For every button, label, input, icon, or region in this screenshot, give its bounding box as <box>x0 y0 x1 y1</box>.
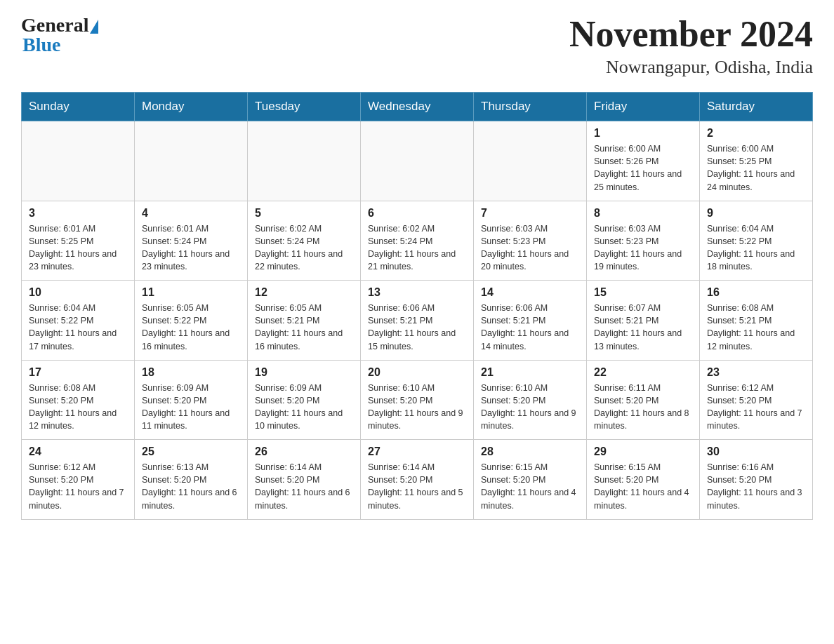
day-info: Sunrise: 6:14 AM Sunset: 5:20 PM Dayligh… <box>255 461 353 512</box>
day-number: 8 <box>594 207 692 220</box>
calendar-cell: 26Sunrise: 6:14 AM Sunset: 5:20 PM Dayli… <box>248 440 361 520</box>
day-info: Sunrise: 6:13 AM Sunset: 5:20 PM Dayligh… <box>142 461 240 512</box>
calendar-cell: 16Sunrise: 6:08 AM Sunset: 5:21 PM Dayli… <box>700 281 813 361</box>
day-info: Sunrise: 6:10 AM Sunset: 5:20 PM Dayligh… <box>368 382 466 433</box>
calendar-cell <box>248 121 361 201</box>
day-number: 13 <box>368 286 466 299</box>
day-number: 29 <box>594 445 692 458</box>
calendar-cell: 24Sunrise: 6:12 AM Sunset: 5:20 PM Dayli… <box>22 440 135 520</box>
day-number: 25 <box>142 445 240 458</box>
logo: General Blue <box>21 14 98 56</box>
day-info: Sunrise: 6:06 AM Sunset: 5:21 PM Dayligh… <box>481 302 579 353</box>
calendar-week-row: 10Sunrise: 6:04 AM Sunset: 5:22 PM Dayli… <box>22 281 813 361</box>
day-number: 24 <box>29 445 127 458</box>
day-header-thursday: Thursday <box>474 93 587 121</box>
calendar-week-row: 3Sunrise: 6:01 AM Sunset: 5:25 PM Daylig… <box>22 201 813 281</box>
day-info: Sunrise: 6:07 AM Sunset: 5:21 PM Dayligh… <box>594 302 692 353</box>
day-info: Sunrise: 6:14 AM Sunset: 5:20 PM Dayligh… <box>368 461 466 512</box>
calendar-week-row: 24Sunrise: 6:12 AM Sunset: 5:20 PM Dayli… <box>22 440 813 520</box>
calendar-cell: 18Sunrise: 6:09 AM Sunset: 5:20 PM Dayli… <box>135 360 248 440</box>
calendar-cell: 3Sunrise: 6:01 AM Sunset: 5:25 PM Daylig… <box>22 201 135 281</box>
calendar-cell: 25Sunrise: 6:13 AM Sunset: 5:20 PM Dayli… <box>135 440 248 520</box>
calendar-week-row: 1Sunrise: 6:00 AM Sunset: 5:26 PM Daylig… <box>22 121 813 201</box>
day-number: 10 <box>29 286 127 299</box>
calendar-cell: 1Sunrise: 6:00 AM Sunset: 5:26 PM Daylig… <box>587 121 700 201</box>
day-header-wednesday: Wednesday <box>361 93 474 121</box>
calendar-cell: 11Sunrise: 6:05 AM Sunset: 5:22 PM Dayli… <box>135 281 248 361</box>
calendar-cell: 5Sunrise: 6:02 AM Sunset: 5:24 PM Daylig… <box>248 201 361 281</box>
day-number: 17 <box>29 366 127 379</box>
calendar-cell: 2Sunrise: 6:00 AM Sunset: 5:25 PM Daylig… <box>700 121 813 201</box>
calendar-cell: 7Sunrise: 6:03 AM Sunset: 5:23 PM Daylig… <box>474 201 587 281</box>
day-header-tuesday: Tuesday <box>248 93 361 121</box>
calendar-week-row: 17Sunrise: 6:08 AM Sunset: 5:20 PM Dayli… <box>22 360 813 440</box>
day-info: Sunrise: 6:11 AM Sunset: 5:20 PM Dayligh… <box>594 382 692 433</box>
day-info: Sunrise: 6:00 AM Sunset: 5:25 PM Dayligh… <box>707 142 805 194</box>
day-info: Sunrise: 6:15 AM Sunset: 5:20 PM Dayligh… <box>481 461 579 512</box>
calendar-cell <box>135 121 248 201</box>
day-info: Sunrise: 6:04 AM Sunset: 5:22 PM Dayligh… <box>29 302 127 353</box>
calendar-cell: 10Sunrise: 6:04 AM Sunset: 5:22 PM Dayli… <box>22 281 135 361</box>
day-info: Sunrise: 6:00 AM Sunset: 5:26 PM Dayligh… <box>594 142 692 194</box>
location-title: Nowrangapur, Odisha, India <box>569 57 813 78</box>
day-number: 19 <box>255 366 353 379</box>
page-header: General Blue November 2024 Nowrangapur, … <box>21 14 813 78</box>
day-number: 6 <box>368 207 466 220</box>
calendar-cell: 17Sunrise: 6:08 AM Sunset: 5:20 PM Dayli… <box>22 360 135 440</box>
day-info: Sunrise: 6:06 AM Sunset: 5:21 PM Dayligh… <box>368 302 466 353</box>
calendar-cell <box>361 121 474 201</box>
day-info: Sunrise: 6:09 AM Sunset: 5:20 PM Dayligh… <box>142 382 240 433</box>
day-info: Sunrise: 6:08 AM Sunset: 5:20 PM Dayligh… <box>29 382 127 433</box>
calendar-cell: 14Sunrise: 6:06 AM Sunset: 5:21 PM Dayli… <box>474 281 587 361</box>
calendar-cell: 8Sunrise: 6:03 AM Sunset: 5:23 PM Daylig… <box>587 201 700 281</box>
day-info: Sunrise: 6:12 AM Sunset: 5:20 PM Dayligh… <box>29 461 127 512</box>
day-header-saturday: Saturday <box>700 93 813 121</box>
calendar-cell: 9Sunrise: 6:04 AM Sunset: 5:22 PM Daylig… <box>700 201 813 281</box>
day-info: Sunrise: 6:04 AM Sunset: 5:22 PM Dayligh… <box>707 222 805 274</box>
day-number: 21 <box>481 366 579 379</box>
day-number: 1 <box>594 127 692 140</box>
calendar-cell: 23Sunrise: 6:12 AM Sunset: 5:20 PM Dayli… <box>700 360 813 440</box>
day-header-sunday: Sunday <box>22 93 135 121</box>
day-info: Sunrise: 6:05 AM Sunset: 5:22 PM Dayligh… <box>142 302 240 353</box>
day-info: Sunrise: 6:09 AM Sunset: 5:20 PM Dayligh… <box>255 382 353 433</box>
day-number: 5 <box>255 207 353 220</box>
day-info: Sunrise: 6:02 AM Sunset: 5:24 PM Dayligh… <box>255 222 353 274</box>
day-info: Sunrise: 6:01 AM Sunset: 5:25 PM Dayligh… <box>29 222 127 274</box>
logo-triangle-icon <box>90 20 98 34</box>
day-number: 15 <box>594 286 692 299</box>
calendar-cell: 30Sunrise: 6:16 AM Sunset: 5:20 PM Dayli… <box>700 440 813 520</box>
day-info: Sunrise: 6:10 AM Sunset: 5:20 PM Dayligh… <box>481 382 579 433</box>
calendar-cell: 20Sunrise: 6:10 AM Sunset: 5:20 PM Dayli… <box>361 360 474 440</box>
calendar-cell: 15Sunrise: 6:07 AM Sunset: 5:21 PM Dayli… <box>587 281 700 361</box>
calendar-cell: 21Sunrise: 6:10 AM Sunset: 5:20 PM Dayli… <box>474 360 587 440</box>
logo-blue-text: Blue <box>22 34 60 56</box>
day-number: 7 <box>481 207 579 220</box>
calendar-cell: 4Sunrise: 6:01 AM Sunset: 5:24 PM Daylig… <box>135 201 248 281</box>
day-number: 2 <box>707 127 805 140</box>
day-number: 18 <box>142 366 240 379</box>
day-number: 14 <box>481 286 579 299</box>
day-info: Sunrise: 6:05 AM Sunset: 5:21 PM Dayligh… <box>255 302 353 353</box>
day-number: 12 <box>255 286 353 299</box>
calendar-cell: 6Sunrise: 6:02 AM Sunset: 5:24 PM Daylig… <box>361 201 474 281</box>
day-number: 28 <box>481 445 579 458</box>
month-title: November 2024 <box>569 14 813 54</box>
calendar-cell: 28Sunrise: 6:15 AM Sunset: 5:20 PM Dayli… <box>474 440 587 520</box>
calendar-cell: 13Sunrise: 6:06 AM Sunset: 5:21 PM Dayli… <box>361 281 474 361</box>
day-number: 27 <box>368 445 466 458</box>
day-number: 30 <box>707 445 805 458</box>
day-number: 22 <box>594 366 692 379</box>
day-number: 11 <box>142 286 240 299</box>
day-number: 26 <box>255 445 353 458</box>
day-header-monday: Monday <box>135 93 248 121</box>
day-info: Sunrise: 6:03 AM Sunset: 5:23 PM Dayligh… <box>594 222 692 274</box>
day-info: Sunrise: 6:02 AM Sunset: 5:24 PM Dayligh… <box>368 222 466 274</box>
day-info: Sunrise: 6:16 AM Sunset: 5:20 PM Dayligh… <box>707 461 805 512</box>
day-number: 20 <box>368 366 466 379</box>
calendar-header-row: SundayMondayTuesdayWednesdayThursdayFrid… <box>22 93 813 121</box>
day-number: 9 <box>707 207 805 220</box>
title-block: November 2024 Nowrangapur, Odisha, India <box>569 14 813 78</box>
calendar-cell <box>474 121 587 201</box>
day-info: Sunrise: 6:15 AM Sunset: 5:20 PM Dayligh… <box>594 461 692 512</box>
